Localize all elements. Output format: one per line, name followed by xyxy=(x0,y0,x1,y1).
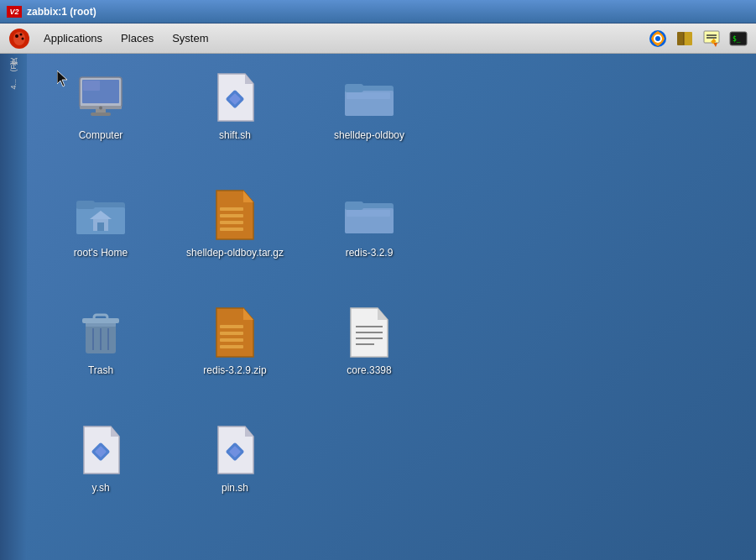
redis-zip-label: redis-3.2.9.zip xyxy=(203,364,266,378)
trash-icon xyxy=(74,306,128,359)
file-archive-gold-icon-2 xyxy=(208,306,262,359)
edit-icon[interactable] xyxy=(700,27,723,50)
folder-blue-icon-1 xyxy=(342,71,396,124)
desktop-icon-roots-home[interactable]: root's Home xyxy=(42,180,159,297)
menu-system[interactable]: System xyxy=(164,29,216,48)
svg-point-2 xyxy=(15,34,18,38)
svg-rect-46 xyxy=(220,228,243,231)
svg-rect-23 xyxy=(91,113,111,116)
desktop-icon-grid: Computer shift.sh xyxy=(42,62,445,532)
svg-rect-60 xyxy=(220,325,243,328)
app-logo: V2 xyxy=(7,6,22,18)
window-title: zabbix:1 (root) xyxy=(27,6,96,18)
book-icon[interactable] xyxy=(673,27,696,50)
core-3398-label: core.3398 xyxy=(347,364,391,378)
computer-label: Computer xyxy=(79,129,123,143)
file-sh-icon xyxy=(208,71,262,124)
desktop-icon-redis-zip[interactable]: redis-3.2.9.zip xyxy=(176,297,294,415)
computer-icon xyxy=(74,71,128,124)
menu-applications[interactable]: Applications xyxy=(35,29,111,48)
svg-point-25 xyxy=(99,107,102,110)
redis-329-label: redis-3.2.9 xyxy=(346,247,394,260)
svg-rect-32 xyxy=(345,84,363,92)
shelldep-oldboy-label: shelldep-oldboy xyxy=(334,129,404,143)
desktop-icon-trash[interactable]: Trash xyxy=(42,297,159,415)
folder-home-icon xyxy=(74,188,128,242)
folder-blue-icon-2 xyxy=(342,188,396,242)
svg-rect-50 xyxy=(347,210,390,217)
svg-rect-9 xyxy=(684,32,692,45)
desktop-icon-pin-sh[interactable]: pin.sh xyxy=(176,415,294,532)
file-text-icon xyxy=(342,306,396,359)
file-sh-icon-3 xyxy=(208,423,262,477)
terminal-icon[interactable]: $_ xyxy=(727,27,750,50)
desktop-icon-redis-329[interactable]: redis-3.2.9 xyxy=(310,180,428,297)
svg-rect-39 xyxy=(97,222,104,231)
svg-point-7 xyxy=(655,36,660,41)
svg-marker-14 xyxy=(713,43,717,47)
desktop-icon-shelldep-oldboy[interactable]: shelldep-oldboy xyxy=(310,62,428,180)
trash-label: Trash xyxy=(88,364,113,378)
roots-home-label: root's Home xyxy=(74,247,128,260)
svg-rect-21 xyxy=(83,81,100,91)
svg-text:$_: $_ xyxy=(733,35,741,43)
svg-marker-18 xyxy=(57,71,67,86)
svg-rect-36 xyxy=(76,201,95,209)
desktop-icon-shift-sh[interactable]: shift.sh xyxy=(176,62,294,180)
menu-bar: Applications Places System $ xyxy=(0,24,756,54)
svg-rect-63 xyxy=(220,345,243,348)
file-sh-icon-2 xyxy=(74,423,128,477)
svg-rect-45 xyxy=(220,221,243,224)
gnome-menu-icon[interactable] xyxy=(6,25,33,52)
svg-point-3 xyxy=(20,33,23,35)
side-label-2: 4... xyxy=(9,79,18,90)
svg-rect-44 xyxy=(220,214,243,217)
shelldep-tar-label: shelldep-oldboy.tar.gz xyxy=(186,247,284,260)
svg-rect-61 xyxy=(220,332,243,335)
svg-rect-62 xyxy=(220,338,243,342)
svg-rect-33 xyxy=(347,92,390,99)
menu-places[interactable]: Places xyxy=(112,29,162,48)
svg-point-4 xyxy=(22,37,24,39)
pin-sh-label: pin.sh xyxy=(222,482,248,495)
y-sh-label: y.sh xyxy=(91,482,109,495)
svg-rect-54 xyxy=(94,315,107,320)
desktop-icon-y-sh[interactable]: y.sh xyxy=(42,415,159,532)
shift-sh-label: shift.sh xyxy=(219,129,251,143)
side-panel: 文件(F) 4... xyxy=(0,54,27,560)
svg-rect-49 xyxy=(345,201,363,210)
desktop-icon-core-3398[interactable]: core.3398 xyxy=(310,297,428,415)
mouse-cursor xyxy=(57,71,70,87)
svg-rect-43 xyxy=(220,207,243,211)
desktop-icon-shelldep-tar[interactable]: shelldep-oldboy.tar.gz xyxy=(176,180,294,297)
title-bar: V2 zabbix:1 (root) xyxy=(0,0,756,24)
desktop: 文件(F) 4... xyxy=(0,54,756,560)
file-archive-gold-icon-1 xyxy=(208,188,262,242)
firefox-icon[interactable] xyxy=(646,27,670,50)
side-label-1: 文件(F) xyxy=(8,62,19,72)
svg-rect-8 xyxy=(677,32,684,45)
